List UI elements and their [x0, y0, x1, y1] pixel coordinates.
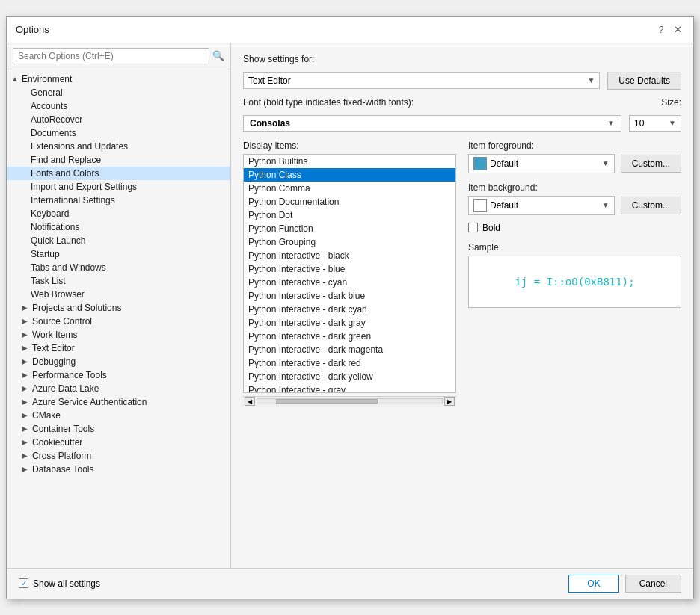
- background-dropdown[interactable]: Default ▼: [468, 196, 615, 215]
- search-input[interactable]: [13, 48, 209, 64]
- tree-item-azure-auth[interactable]: ▶ Azure Service Authentication: [7, 395, 230, 409]
- expand-arrow: ▶: [22, 424, 29, 433]
- show-settings-value: Text Editor: [248, 75, 291, 86]
- tree-item-general[interactable]: General: [7, 86, 230, 99]
- chevron-down-icon: ▼: [587, 76, 595, 84]
- tree-item-web-browser[interactable]: Web Browser: [7, 288, 230, 301]
- tree-item-keyboard[interactable]: Keyboard: [7, 207, 230, 220]
- custom-bg-button[interactable]: Custom...: [621, 197, 681, 214]
- list-item[interactable]: Python Grouping: [244, 235, 455, 249]
- list-item[interactable]: Python Function: [244, 222, 455, 235]
- title-bar-controls: ? ✕: [654, 23, 684, 37]
- background-value: Default: [490, 200, 518, 211]
- main-settings-area: Display items: Python BuiltinsPython Cla…: [243, 139, 681, 407]
- list-item[interactable]: Python Interactive - dark cyan: [244, 303, 455, 316]
- tree-item-find-replace[interactable]: Find and Replace: [7, 153, 230, 167]
- show-all-row: ✓ Show all settings: [19, 578, 100, 589]
- tree-item-database-tools[interactable]: ▶ Database Tools: [7, 463, 230, 476]
- search-icon[interactable]: 🔍: [212, 50, 224, 61]
- list-item[interactable]: Python Comma: [244, 182, 455, 195]
- foreground-control-row: Default ▼ Custom...: [468, 154, 681, 173]
- tree-item-label: Container Tools: [32, 424, 94, 434]
- tree-item-cookiecutter[interactable]: ▶ Cookiecutter: [7, 436, 230, 449]
- tree-item-performance-tools[interactable]: ▶ Performance Tools: [7, 368, 230, 382]
- use-defaults-button[interactable]: Use Defaults: [607, 72, 681, 90]
- tree-item-international[interactable]: International Settings: [7, 194, 230, 207]
- tree-item-environment[interactable]: ▲ Environment: [7, 72, 230, 86]
- tree-item-debugging[interactable]: ▶ Debugging: [7, 355, 230, 368]
- list-box-wrapper: Python BuiltinsPython ClassPython CommaP…: [243, 154, 456, 393]
- tree-item-accounts[interactable]: Accounts: [7, 99, 230, 113]
- bold-row: Bold: [468, 223, 681, 233]
- show-settings-control-row: Text Editor ▼ Use Defaults: [243, 72, 681, 90]
- chevron-down-icon: ▼: [607, 119, 615, 127]
- list-item[interactable]: Python Interactive - dark blue: [244, 289, 455, 303]
- tree-item-extensions[interactable]: Extensions and Updates: [7, 140, 230, 153]
- tree-item-task-list[interactable]: Task List: [7, 274, 230, 288]
- tree-item-text-editor[interactable]: ▶ Text Editor: [7, 342, 230, 355]
- tree-item-label: Work Items: [32, 330, 77, 340]
- list-item[interactable]: Python Interactive - black: [244, 249, 455, 262]
- tree-item-tabs-windows[interactable]: Tabs and Windows: [7, 261, 230, 274]
- cancel-button[interactable]: Cancel: [625, 575, 681, 593]
- bold-checkbox[interactable]: [468, 223, 478, 232]
- tree-item-fonts-colors[interactable]: Fonts and Colors: [7, 167, 230, 180]
- list-item[interactable]: Python Interactive - dark gray: [244, 316, 455, 330]
- chevron-down-icon: ▼: [669, 119, 676, 127]
- tree-item-source-control[interactable]: ▶ Source Control: [7, 315, 230, 328]
- font-dropdown[interactable]: Consolas ▼: [243, 115, 621, 132]
- close-button[interactable]: ✕: [671, 23, 684, 37]
- foreground-dropdown[interactable]: Default ▼: [468, 154, 615, 173]
- tree-item-autorecover[interactable]: AutoRecover: [7, 113, 230, 126]
- list-item[interactable]: Python Interactive - cyan: [244, 276, 455, 289]
- tree-item-startup[interactable]: Startup: [7, 247, 230, 261]
- tree-item-label: Find and Replace: [31, 155, 101, 165]
- tree-item-projects-solutions[interactable]: ▶ Projects and Solutions: [7, 301, 230, 315]
- list-item[interactable]: Python Interactive - dark green: [244, 330, 455, 343]
- tree-item-work-items[interactable]: ▶ Work Items: [7, 328, 230, 342]
- dialog-body: 🔍 ▲ Environment General Accounts AutoRec…: [7, 43, 693, 568]
- tree-item-azure-data-lake[interactable]: ▶ Azure Data Lake: [7, 382, 230, 395]
- custom-fg-button[interactable]: Custom...: [621, 155, 681, 173]
- scroll-right-btn[interactable]: ▶: [444, 397, 455, 406]
- list-item[interactable]: Python Interactive - dark yellow: [244, 370, 455, 383]
- tree-item-label: CMake: [32, 410, 61, 421]
- show-all-checkbox[interactable]: ✓: [19, 578, 28, 588]
- tree-item-label: Keyboard: [31, 208, 69, 219]
- font-control-row: Consolas ▼ 10 ▼: [243, 115, 681, 132]
- tree-item-container-tools[interactable]: ▶ Container Tools: [7, 422, 230, 436]
- list-item[interactable]: Python Interactive - blue: [244, 262, 455, 276]
- scroll-thumb[interactable]: [276, 399, 378, 404]
- help-button[interactable]: ?: [654, 23, 668, 37]
- tree-item-label: International Settings: [31, 195, 115, 205]
- dialog-title: Options: [16, 24, 49, 35]
- display-items-listbox[interactable]: Python BuiltinsPython ClassPython CommaP…: [243, 154, 456, 393]
- list-item[interactable]: Python Interactive - dark red: [244, 356, 455, 370]
- tree-item-label: Notifications: [31, 222, 79, 232]
- expand-arrow: ▶: [22, 398, 29, 406]
- list-item[interactable]: Python Builtins: [244, 155, 455, 168]
- ok-button[interactable]: OK: [568, 575, 618, 593]
- tree-area: ▲ Environment General Accounts AutoRecov…: [7, 69, 230, 568]
- scroll-left-btn[interactable]: ◀: [245, 397, 255, 406]
- list-item[interactable]: Python Class: [244, 168, 455, 182]
- tree-item-label: Import and Export Settings: [31, 182, 137, 192]
- size-dropdown[interactable]: 10 ▼: [629, 115, 681, 132]
- list-item[interactable]: Python Documentation: [244, 195, 455, 208]
- tree-item-documents[interactable]: Documents: [7, 126, 230, 140]
- tree-item-label: Documents: [31, 128, 76, 138]
- list-item[interactable]: Python Dot: [244, 208, 455, 222]
- expand-arrow: ▶: [22, 317, 29, 325]
- tree-item-notifications[interactable]: Notifications: [7, 220, 230, 234]
- tree-item-import-export[interactable]: Import and Export Settings: [7, 180, 230, 194]
- tree-item-cmake[interactable]: ▶ CMake: [7, 409, 230, 422]
- list-item[interactable]: Python Interactive - gray: [244, 383, 455, 393]
- tree-item-label: Quick Launch: [31, 235, 85, 246]
- tree-item-quick-launch[interactable]: Quick Launch: [7, 234, 230, 247]
- show-settings-dropdown[interactable]: Text Editor ▼: [243, 72, 600, 89]
- list-item[interactable]: Python Interactive - dark magenta: [244, 343, 455, 356]
- tree-item-label: Task List: [31, 276, 66, 286]
- tree-item-cross-platform[interactable]: ▶ Cross Platform: [7, 449, 230, 463]
- tree-item-label: Environment: [22, 74, 72, 84]
- horizontal-scrollbar[interactable]: ◀ ▶: [243, 396, 456, 407]
